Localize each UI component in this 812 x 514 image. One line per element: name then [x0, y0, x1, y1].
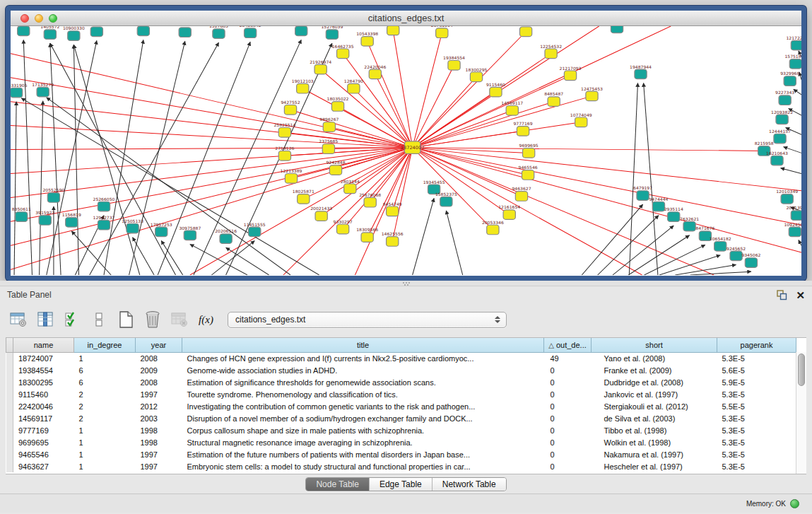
graph-node[interactable] — [16, 212, 28, 222]
graph-node[interactable] — [506, 105, 518, 115]
table-row[interactable]: 946362711997Embryonic stem cells: a mode… — [6, 460, 796, 472]
table-scrollbar[interactable] — [796, 352, 806, 474]
graph-node[interactable] — [714, 241, 726, 251]
column-header-in_degree[interactable]: in_degree — [74, 338, 136, 352]
graph-node[interactable] — [784, 76, 796, 86]
graph-node[interactable] — [730, 251, 742, 261]
graph-node[interactable] — [155, 227, 167, 237]
graph-node[interactable] — [361, 233, 373, 243]
select-all-rows-icon[interactable] — [62, 310, 81, 329]
graph-node[interactable] — [586, 91, 598, 101]
graph-node[interactable] — [523, 148, 535, 158]
graph-node[interactable] — [278, 128, 290, 138]
graph-node[interactable] — [322, 144, 334, 154]
table-row[interactable]: 1938455462009Genome-wide association stu… — [6, 364, 796, 376]
graph-node[interactable] — [315, 211, 327, 221]
table-row[interactable]: 1872400712008Changes of HCN gene express… — [6, 352, 796, 364]
graph-node[interactable] — [652, 201, 664, 211]
graph-node[interactable] — [668, 212, 680, 222]
graph-node[interactable] — [337, 224, 349, 234]
graph-node[interactable] — [490, 87, 502, 97]
table-settings-icon[interactable] — [8, 310, 28, 329]
new-table-icon[interactable] — [116, 310, 135, 329]
graph-node[interactable] — [326, 30, 338, 40]
graph-node[interactable] — [548, 97, 560, 107]
table-row[interactable]: 946554611997Estimation of the future num… — [6, 448, 796, 460]
graph-node[interactable] — [295, 26, 307, 36]
graph-node[interactable] — [776, 115, 788, 124]
graph-node[interactable] — [387, 237, 399, 247]
graph-node[interactable] — [284, 105, 296, 115]
table-row[interactable]: 911546021997Tourette syndrome. Phenomeno… — [6, 388, 796, 400]
graph-node[interactable] — [278, 151, 290, 160]
graph-node[interactable] — [503, 210, 515, 220]
graph-node[interactable] — [213, 29, 225, 39]
graph-node[interactable] — [745, 258, 757, 268]
table-selector-dropdown[interactable]: citations_edges.txt — [228, 312, 507, 328]
graph-node[interactable] — [18, 26, 30, 36]
graph-node[interactable] — [44, 30, 56, 40]
graph-node[interactable] — [361, 37, 373, 47]
graph-node[interactable] — [448, 60, 460, 70]
graph-node[interactable] — [436, 28, 448, 38]
graph-node[interactable] — [220, 234, 232, 244]
window-titlebar[interactable]: citations_edges.txt — [11, 11, 801, 26]
graph-node[interactable] — [575, 117, 587, 127]
close-panel-icon[interactable]: ✕ — [796, 290, 805, 300]
graph-node[interactable] — [297, 83, 309, 93]
table-row[interactable]: 1456911722003Disruption of a novel membe… — [6, 412, 796, 424]
graph-node[interactable] — [68, 31, 80, 41]
table-row[interactable]: 1830029562008Estimation of significance … — [6, 376, 796, 388]
graph-node[interactable] — [635, 69, 647, 79]
graph-node[interactable] — [11, 88, 23, 98]
graph-node[interactable] — [387, 26, 399, 35]
graph-node[interactable] — [791, 40, 801, 50]
graph-node[interactable] — [337, 49, 349, 59]
column-header-name[interactable]: name — [13, 338, 74, 352]
tab-node-table[interactable]: Node Table — [306, 478, 369, 491]
graph-node[interactable] — [126, 223, 139, 233]
close-window-button[interactable] — [20, 14, 29, 23]
graph-node[interactable] — [137, 26, 149, 36]
graph-node[interactable] — [487, 225, 499, 235]
graph-node[interactable] — [98, 201, 110, 211]
graph-node[interactable] — [249, 227, 261, 237]
function-builder-icon[interactable]: f(x) — [196, 310, 216, 329]
graph-node[interactable] — [47, 193, 59, 203]
graph-node[interactable] — [348, 83, 360, 93]
graph-node[interactable] — [522, 170, 534, 180]
graph-node[interactable] — [440, 197, 452, 206]
graph-node[interactable] — [517, 127, 529, 136]
panel-resize-divider[interactable] — [0, 281, 812, 286]
table-row[interactable]: 2242004622012Investigating the contribut… — [6, 400, 796, 412]
graph-node[interactable] — [285, 173, 297, 183]
zoom-window-button[interactable] — [49, 14, 57, 23]
tab-network-table[interactable]: Network Table — [432, 478, 506, 491]
graph-node[interactable] — [771, 156, 783, 165]
graph-node[interactable] — [781, 194, 793, 204]
graph-node[interactable] — [564, 71, 576, 81]
graph-node[interactable] — [779, 95, 791, 105]
minimize-window-button[interactable] — [35, 14, 43, 23]
clear-row-selection-icon[interactable] — [89, 310, 108, 329]
graph-node[interactable] — [364, 197, 376, 207]
delete-table-icon[interactable] — [143, 310, 162, 329]
graph-node[interactable] — [791, 211, 801, 221]
column-header-short[interactable]: short — [592, 338, 717, 352]
graph-node[interactable] — [90, 27, 102, 37]
column-visibility-icon[interactable] — [35, 310, 54, 329]
graph-node[interactable] — [611, 26, 623, 33]
graph-node[interactable] — [470, 72, 482, 82]
table-row[interactable]: 969969511998Structural magnetic resonanc… — [6, 436, 796, 448]
column-header-out_de...[interactable]: △out_de... — [544, 338, 592, 352]
table-row[interactable]: 977716911998Corpus callosum shape and si… — [6, 424, 796, 436]
graph-node[interactable] — [515, 192, 527, 201]
column-header-year[interactable]: year — [136, 338, 182, 352]
graph-node[interactable] — [387, 206, 399, 216]
scrollbar-thumb[interactable] — [798, 354, 805, 386]
graph-node[interactable] — [298, 194, 310, 204]
graph-node[interactable] — [344, 184, 356, 194]
float-panel-icon[interactable] — [776, 289, 787, 300]
graph-node[interactable] — [331, 102, 343, 112]
graph-node[interactable] — [98, 220, 110, 230]
